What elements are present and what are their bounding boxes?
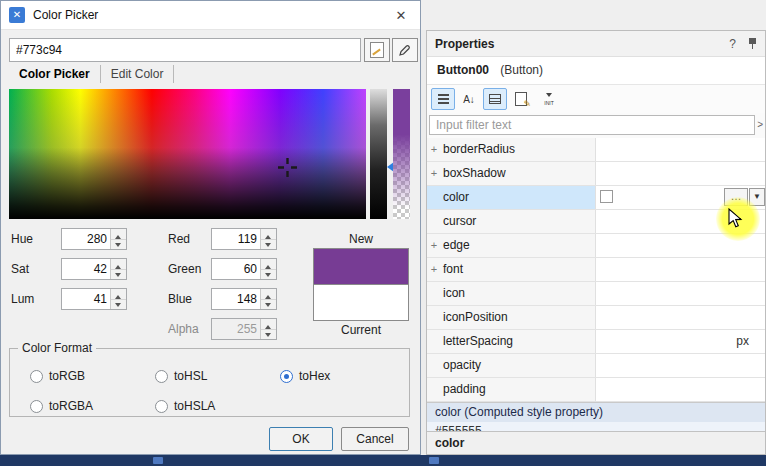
property-value[interactable] (595, 138, 765, 161)
init-values-button[interactable]: INIT (537, 88, 561, 110)
alpha-slider[interactable] (393, 89, 410, 219)
color-value-swatch[interactable] (600, 190, 613, 203)
spin-down-icon[interactable] (261, 240, 276, 250)
radio-icon-selected (280, 370, 293, 383)
color-gradient-area[interactable] (9, 89, 366, 219)
property-name[interactable]: cursor (441, 210, 595, 233)
property-name[interactable]: padding (441, 378, 595, 401)
property-row-letterSpacing: letterSpacing px (427, 330, 765, 354)
property-row-padding: padding (427, 378, 765, 402)
taskbar-item[interactable] (153, 457, 163, 464)
property-name[interactable]: borderRadius (441, 138, 595, 161)
expand-toggle[interactable] (427, 186, 441, 209)
expand-toggle[interactable]: + (427, 258, 441, 281)
categorized-view-button[interactable] (483, 88, 507, 110)
property-value[interactable] (595, 378, 765, 401)
property-name[interactable]: color (441, 186, 595, 209)
property-name[interactable]: iconPosition (441, 306, 595, 329)
ok-button[interactable]: OK (269, 427, 333, 451)
property-name[interactable]: font (441, 258, 595, 281)
green-stepper[interactable] (211, 258, 277, 280)
property-name[interactable]: boxShadow (441, 162, 595, 185)
expand-toggle[interactable] (427, 306, 441, 329)
spin-up-icon[interactable] (261, 229, 276, 240)
green-input[interactable] (212, 259, 260, 279)
pin-icon[interactable] (748, 37, 757, 50)
expand-toggle[interactable] (427, 282, 441, 305)
object-name: Button00 (437, 63, 489, 77)
property-row-font: + font (427, 258, 765, 282)
tab-color-picker[interactable]: Color Picker (9, 65, 101, 83)
radio-label: toHSLA (174, 399, 215, 413)
spin-down-icon[interactable] (261, 300, 276, 310)
spin-down-icon (261, 330, 276, 340)
cancel-button[interactable]: Cancel (341, 427, 409, 451)
filter-input[interactable] (429, 115, 755, 135)
edit-color-button[interactable] (364, 38, 390, 62)
radio-toHex[interactable]: toHex (280, 369, 330, 383)
spin-up-icon[interactable] (111, 289, 126, 300)
property-name[interactable]: opacity (441, 354, 595, 377)
radio-toHSL[interactable]: toHSL (155, 369, 207, 383)
property-value[interactable] (595, 306, 765, 329)
spin-up-icon[interactable] (111, 229, 126, 240)
sat-input[interactable] (62, 259, 110, 279)
property-value[interactable]: px (595, 330, 765, 353)
sat-stepper[interactable] (61, 258, 127, 280)
top-toolbar (421, 0, 766, 30)
red-input[interactable] (212, 229, 260, 249)
sort-order-button[interactable] (431, 88, 455, 110)
crosshair-handle[interactable] (278, 158, 297, 177)
hue-input[interactable] (62, 229, 110, 249)
eyedropper-button[interactable] (392, 38, 418, 62)
dropdown-button[interactable]: ▼ (749, 188, 765, 206)
spin-down-icon[interactable] (111, 300, 126, 310)
expand-toggle[interactable]: + (427, 162, 441, 185)
expand-toggle[interactable]: + (427, 234, 441, 257)
radio-toHSLA[interactable]: toHSLA (155, 399, 215, 413)
property-value[interactable] (595, 210, 765, 233)
expand-toggle[interactable] (427, 378, 441, 401)
spin-down-icon[interactable] (111, 240, 126, 250)
more-options-button[interactable]: … (724, 188, 748, 206)
expand-toggle[interactable]: + (427, 138, 441, 161)
dialog-titlebar[interactable]: Color Picker ✕ (1, 1, 420, 30)
help-icon[interactable]: ? (729, 37, 736, 51)
blue-label: Blue (168, 292, 192, 306)
property-name[interactable]: letterSpacing (441, 330, 595, 353)
spin-down-icon[interactable] (111, 270, 126, 280)
property-value[interactable] (595, 282, 765, 305)
spin-up-icon[interactable] (261, 289, 276, 300)
taskbar-item[interactable] (429, 457, 439, 464)
radio-toRGB[interactable]: toRGB (30, 369, 85, 383)
property-name[interactable]: icon (441, 282, 595, 305)
edit-form-button[interactable] (509, 88, 533, 110)
expand-arrow-icon[interactable]: > (757, 119, 763, 130)
expand-toggle[interactable] (427, 330, 441, 353)
property-value[interactable] (595, 162, 765, 185)
hue-stepper[interactable] (61, 228, 127, 250)
lum-input[interactable] (62, 289, 110, 309)
luminance-slider[interactable] (370, 89, 387, 219)
expand-toggle[interactable] (427, 354, 441, 377)
spin-buttons (110, 259, 126, 279)
spin-up-icon[interactable] (111, 259, 126, 270)
hex-color-input[interactable] (9, 38, 361, 62)
property-value[interactable] (595, 354, 765, 377)
property-name[interactable]: edge (441, 234, 595, 257)
new-label: New (313, 232, 409, 246)
tab-edit-color[interactable]: Edit Color (101, 65, 175, 83)
property-value[interactable] (595, 234, 765, 257)
radio-toRGBA[interactable]: toRGBA (30, 399, 93, 413)
property-value[interactable] (595, 258, 765, 281)
spin-down-icon[interactable] (261, 270, 276, 280)
red-stepper[interactable] (211, 228, 277, 250)
close-icon[interactable]: ✕ (390, 8, 412, 23)
expand-toggle[interactable] (427, 210, 441, 233)
property-value[interactable]: … ▼ (595, 186, 765, 209)
spin-up-icon[interactable] (261, 259, 276, 270)
lum-stepper[interactable] (61, 288, 127, 310)
blue-stepper[interactable] (211, 288, 277, 310)
sort-alphabetical-button[interactable]: A↓ (457, 88, 481, 110)
blue-input[interactable] (212, 289, 260, 309)
